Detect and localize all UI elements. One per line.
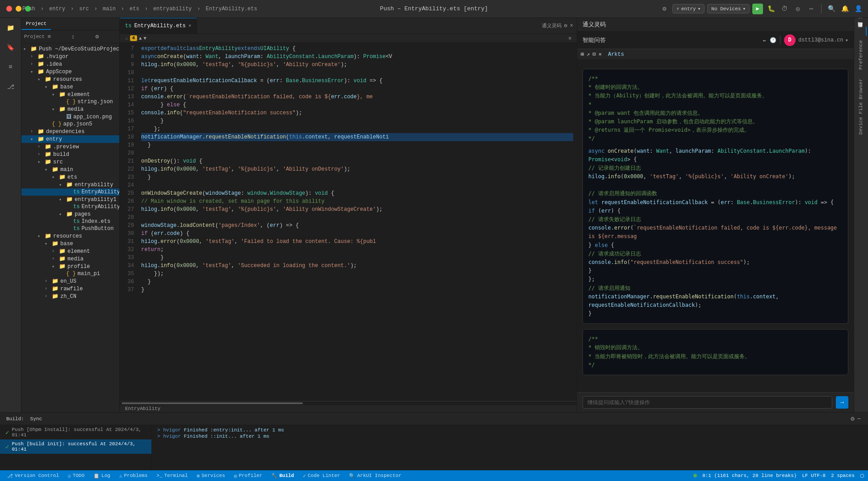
list-item[interactable]: › 📁 element xyxy=(21,247,119,255)
bookmarks-tab[interactable]: 🔖 xyxy=(2,38,20,56)
nav-src[interactable]: src xyxy=(79,6,89,12)
tab-version-control[interactable]: ⎇ Version Control xyxy=(4,473,63,479)
list-item[interactable]: › { } app.json5 xyxy=(21,121,119,128)
tab-build[interactable]: 🔨 Build xyxy=(268,473,298,479)
list-item[interactable]: › 📁 .idea xyxy=(21,60,119,68)
settings-icon[interactable]: ⚙ xyxy=(659,4,670,14)
settings-icon[interactable]: ⚙ xyxy=(851,415,854,422)
list-item[interactable]: › 📁 .preview xyxy=(21,143,119,151)
git-tab[interactable]: ⎇ xyxy=(2,78,20,96)
list-item[interactable]: › { } string.json xyxy=(21,98,119,105)
list-item[interactable]: ▾ 📁 resources xyxy=(21,232,119,240)
user-chevron-icon[interactable]: ▾ xyxy=(845,37,848,44)
list-item[interactable]: ✓ Push [Ohpm Install]: successful At 202… xyxy=(0,425,151,439)
rv-tab-3[interactable]: Preference xyxy=(856,36,866,74)
list-item[interactable]: ▾ 📁 src xyxy=(21,158,119,166)
list-item[interactable]: › 📁 en_US xyxy=(21,277,119,285)
list-item[interactable]: ▾ 📁 base xyxy=(21,83,119,91)
tab-log[interactable]: 📋 Log xyxy=(90,473,114,479)
settings-icon[interactable]: ⚙ xyxy=(564,22,567,29)
tab-code-linter[interactable]: ✓ Code Linter xyxy=(299,473,344,479)
list-item[interactable]: ▾ 📁 AppScope xyxy=(21,68,119,75)
up-icon[interactable]: ▲ xyxy=(139,36,142,41)
ai-send-button[interactable]: → xyxy=(836,396,848,409)
structure-tab[interactable]: ≡ xyxy=(2,58,20,76)
list-item[interactable]: ▾ 📁 ets xyxy=(21,173,119,181)
tree-root[interactable]: ▾ 📁 Push ~/DevEcoStudioProject xyxy=(21,45,119,53)
list-item[interactable]: › 📁 build xyxy=(21,151,119,158)
minimize-button[interactable] xyxy=(16,6,21,12)
settings-icon[interactable]: ⚙ xyxy=(94,32,117,41)
ai-history-icon[interactable]: 🕐 xyxy=(770,37,776,44)
scrollbar-thumb[interactable] xyxy=(122,402,303,404)
nav-entry[interactable]: entry xyxy=(49,6,65,12)
list-item[interactable]: › 📁 dependencies xyxy=(21,128,119,135)
list-item[interactable]: ▾ 📁 element xyxy=(21,91,119,98)
arkts-label[interactable]: Arkts xyxy=(608,51,624,58)
sort-icon[interactable]: ↕ xyxy=(71,33,93,41)
rv-tab-4[interactable]: Device File Browser xyxy=(856,74,866,139)
tab-todo[interactable]: ☑ TODO xyxy=(64,473,88,479)
sync-label[interactable]: Sync xyxy=(28,416,45,422)
list-item[interactable]: › ts Index.ets xyxy=(21,218,119,225)
tab-arkui-inspector[interactable]: 🔍 ArkUI Inspector xyxy=(345,473,405,479)
list-item[interactable]: › ts PushButton xyxy=(21,225,119,232)
list-item[interactable]: ▾ 📁 entry xyxy=(21,135,119,143)
list-item[interactable]: › 📁 rawfile xyxy=(21,285,119,293)
list-item[interactable]: ▾ 📁 main xyxy=(21,166,119,173)
list-item[interactable]: ▾ 📁 profile xyxy=(21,263,119,270)
nav-ets[interactable]: ets xyxy=(130,6,139,12)
tab-terminal[interactable]: >_ Terminal xyxy=(153,473,191,479)
horizontal-scrollbar[interactable] xyxy=(120,401,577,405)
close-icon[interactable]: × xyxy=(189,23,192,29)
notification-icon[interactable]: 🔔 xyxy=(839,4,850,14)
down-icon[interactable]: ▼ xyxy=(143,36,147,41)
project-tab[interactable]: 📁 xyxy=(2,19,20,37)
ai-chat-input[interactable] xyxy=(583,396,832,409)
project-tab-label[interactable]: Project xyxy=(21,18,51,30)
list-item[interactable]: › 🖼 app_icon.png xyxy=(21,113,119,121)
list-item[interactable]: ▾ 📁 entryability1 xyxy=(21,196,119,203)
rv-tab-2[interactable]: 功能面板 xyxy=(855,27,867,36)
ai-toolbar-icon3[interactable]: ⊡ xyxy=(592,51,595,58)
debug-icon[interactable]: 🐛 xyxy=(766,4,776,14)
list-item[interactable]: › 📁 media xyxy=(21,255,119,263)
list-item[interactable]: › ts EntryAbility xyxy=(21,203,119,210)
nav-push[interactable]: Push xyxy=(22,6,35,12)
profile-icon[interactable]: ⏱ xyxy=(779,4,790,14)
list-item[interactable]: ▾ 📁 base xyxy=(21,240,119,247)
nav-main[interactable]: main xyxy=(103,6,116,12)
code-editor[interactable]: 7891011 1213141516 1718192021 2223242526… xyxy=(120,43,577,401)
run-button[interactable]: ▶ xyxy=(752,4,763,14)
close-button[interactable] xyxy=(6,6,12,12)
nav-entryability[interactable]: entryability xyxy=(153,6,192,12)
tab-profiler[interactable]: ◎ Profiler xyxy=(231,473,266,479)
ai-toolbar-icon2[interactable]: ↗ xyxy=(587,51,590,58)
search-icon[interactable]: 🔍 xyxy=(826,4,837,14)
scroll-icon[interactable]: ≡ xyxy=(568,36,571,41)
list-item[interactable]: › 📁 zh_CN xyxy=(21,293,119,300)
ai-toolbar-icon4[interactable]: ✕ xyxy=(599,51,602,58)
coverage-icon[interactable]: ◎ xyxy=(793,4,803,14)
rv-tab-1[interactable]: 添加辅助 xyxy=(855,18,867,27)
list-item[interactable]: ▾ 📁 entryability xyxy=(21,181,119,188)
tab-services[interactable]: ⚙ Services xyxy=(193,473,228,479)
editor-tab-entryability[interactable]: ts EntryAbility.ets × xyxy=(120,18,197,33)
list-item[interactable]: › { } main_pi xyxy=(21,270,119,277)
ai-new-chat-icon[interactable]: ✏ xyxy=(763,37,766,44)
collapse-icon[interactable]: ≡ xyxy=(46,33,69,41)
list-item[interactable]: ▾ 📁 pages xyxy=(21,210,119,218)
list-item[interactable]: › 📁 .hvigor xyxy=(21,53,119,60)
avatar[interactable]: D xyxy=(784,34,796,46)
list-item[interactable]: ▾ 📁 resources xyxy=(21,75,119,83)
list-item[interactable]: ✓ Push [build init]: successful At 2024/… xyxy=(0,439,151,454)
more-icon[interactable]: ⋯ xyxy=(806,4,817,14)
nav-file[interactable]: EntryAbility.ets xyxy=(206,6,257,12)
list-item[interactable]: ▾ 📁 media xyxy=(21,105,119,113)
list-item[interactable]: › ts EntryAbility xyxy=(21,188,119,196)
minimize-icon[interactable]: − xyxy=(857,415,861,422)
account-icon[interactable]: 👤 xyxy=(853,4,864,14)
entry-selector[interactable]: ⚡ entry ▾ xyxy=(672,4,704,13)
close-icon[interactable]: × xyxy=(570,23,573,29)
device-selector[interactable]: No Devices ▾ xyxy=(707,4,750,13)
